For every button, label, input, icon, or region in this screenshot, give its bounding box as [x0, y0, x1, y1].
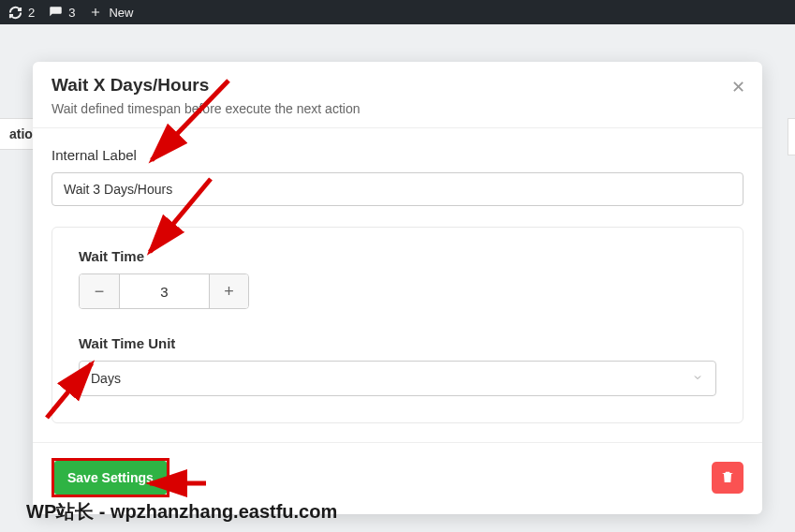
modal-header: Wait X Days/Hours Wait defined timespan …: [33, 62, 762, 128]
updates-count: 2: [28, 6, 35, 20]
right-edge-box: [788, 118, 795, 155]
internal-label-label: Internal Label: [52, 147, 743, 163]
settings-modal: Wait X Days/Hours Wait defined timespan …: [33, 62, 762, 514]
watermark: WP站长 - wpzhanzhang.eastfu.com: [26, 499, 337, 525]
internal-label-input[interactable]: [52, 172, 743, 206]
stepper-decrement[interactable]: −: [80, 274, 119, 308]
page-background: ation Wait X Days/Hours Wait defined tim…: [0, 24, 795, 532]
comments-item[interactable]: 3: [48, 5, 75, 20]
close-button[interactable]: ✕: [731, 77, 745, 97]
wait-time-stepper: − +: [79, 273, 249, 309]
close-icon: ✕: [731, 78, 745, 96]
comment-icon: [48, 5, 63, 20]
new-item[interactable]: New: [88, 5, 133, 20]
new-label: New: [109, 6, 133, 20]
comments-count: 3: [68, 6, 75, 20]
modal-subtitle: Wait defined timespan before execute the…: [52, 101, 743, 116]
wait-unit-select[interactable]: Days: [79, 361, 716, 396]
plus-icon: +: [224, 282, 234, 302]
stepper-increment[interactable]: +: [209, 274, 248, 308]
delete-button[interactable]: [712, 462, 743, 494]
refresh-icon: [7, 5, 22, 20]
wait-time-label: Wait Time: [79, 248, 716, 264]
wait-card: Wait Time − + Wait Time Unit Days: [52, 227, 743, 423]
save-settings-button[interactable]: Save Settings: [54, 461, 167, 495]
plus-icon: [88, 5, 103, 20]
save-highlight-box: Save Settings: [52, 458, 169, 497]
admin-bar: 2 3 New: [0, 0, 795, 24]
updates-item[interactable]: 2: [7, 5, 35, 20]
modal-title: Wait X Days/Hours: [52, 75, 743, 96]
wait-time-input[interactable]: [119, 274, 209, 308]
trash-icon: [720, 469, 735, 487]
wait-unit-select-wrap: Days: [79, 361, 716, 396]
modal-body: Internal Label Wait Time − + Wait Time U…: [33, 128, 762, 442]
minus-icon: −: [95, 282, 105, 302]
wait-unit-label: Wait Time Unit: [79, 335, 716, 351]
